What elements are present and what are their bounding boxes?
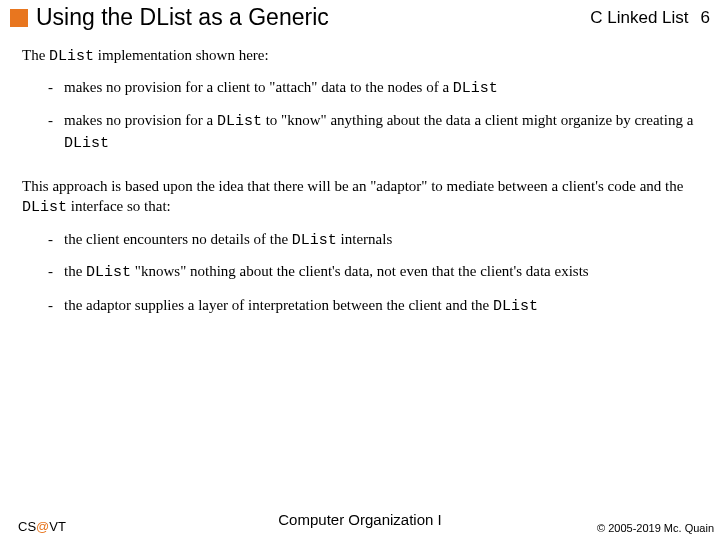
footer-org-post: VT bbox=[49, 519, 66, 534]
item-code: DList bbox=[64, 135, 109, 152]
item-code: DList bbox=[217, 113, 262, 130]
list-item-text: the client encounters no details of the … bbox=[64, 229, 698, 251]
item-code: DList bbox=[86, 264, 131, 281]
intro-paragraph: The DList implementation shown here: bbox=[22, 45, 698, 67]
list-1: - makes no provision for a client to "at… bbox=[48, 77, 698, 154]
slide-title: Using the DList as a Generic bbox=[36, 4, 590, 31]
item-text: "knows" nothing about the client's data,… bbox=[131, 263, 589, 279]
slide-body: The DList implementation shown here: - m… bbox=[0, 37, 720, 317]
item-text: makes no provision for a bbox=[64, 112, 217, 128]
footer-left: CS@VT bbox=[18, 519, 66, 534]
footer-copyright: © 2005-2019 Mc. Quain bbox=[597, 522, 714, 534]
footer-center: Computer Organization I bbox=[278, 511, 441, 528]
slide-footer: CS@VT Computer Organization I © 2005-201… bbox=[0, 519, 720, 534]
page-number: 6 bbox=[701, 8, 710, 28]
item-text: the client encounters no details of the bbox=[64, 231, 292, 247]
footer-at-icon: @ bbox=[36, 519, 49, 534]
mid-text-post: interface so that: bbox=[67, 198, 171, 214]
title-bullet-icon bbox=[10, 9, 28, 27]
list-item: - the DList "knows" nothing about the cl… bbox=[48, 261, 698, 283]
dash-icon: - bbox=[48, 295, 64, 317]
item-text: the bbox=[64, 263, 86, 279]
list-item-text: the DList "knows" nothing about the clie… bbox=[64, 261, 698, 283]
list-item: - the client encounters no details of th… bbox=[48, 229, 698, 251]
mid-paragraph: This approach is based upon the idea tha… bbox=[22, 176, 698, 219]
dash-icon: - bbox=[48, 261, 64, 283]
list-item: - makes no provision for a client to "at… bbox=[48, 77, 698, 99]
item-text: internals bbox=[337, 231, 392, 247]
intro-code: DList bbox=[49, 48, 94, 65]
item-code: DList bbox=[493, 298, 538, 315]
item-code: DList bbox=[453, 80, 498, 97]
item-code: DList bbox=[292, 232, 337, 249]
list-2: - the client encounters no details of th… bbox=[48, 229, 698, 318]
item-text: makes no provision for a client to "atta… bbox=[64, 79, 453, 95]
dash-icon: - bbox=[48, 229, 64, 251]
slide-header: Using the DList as a Generic C Linked Li… bbox=[0, 0, 720, 37]
mid-code: DList bbox=[22, 199, 67, 216]
item-text: the adaptor supplies a layer of interpre… bbox=[64, 297, 493, 313]
slide: Using the DList as a Generic C Linked Li… bbox=[0, 0, 720, 540]
dash-icon: - bbox=[48, 77, 64, 99]
item-text: to "know" anything about the data a clie… bbox=[262, 112, 693, 128]
list-item: - makes no provision for a DList to "kno… bbox=[48, 110, 698, 155]
header-subject: C Linked List bbox=[590, 8, 688, 28]
footer-org-pre: CS bbox=[18, 519, 36, 534]
list-item-text: the adaptor supplies a layer of interpre… bbox=[64, 295, 698, 317]
dash-icon: - bbox=[48, 110, 64, 155]
list-item: - the adaptor supplies a layer of interp… bbox=[48, 295, 698, 317]
intro-text-post: implementation shown here: bbox=[94, 47, 269, 63]
mid-text: This approach is based upon the idea tha… bbox=[22, 178, 683, 194]
intro-text: The bbox=[22, 47, 49, 63]
list-item-text: makes no provision for a client to "atta… bbox=[64, 77, 698, 99]
list-item-text: makes no provision for a DList to "know"… bbox=[64, 110, 698, 155]
